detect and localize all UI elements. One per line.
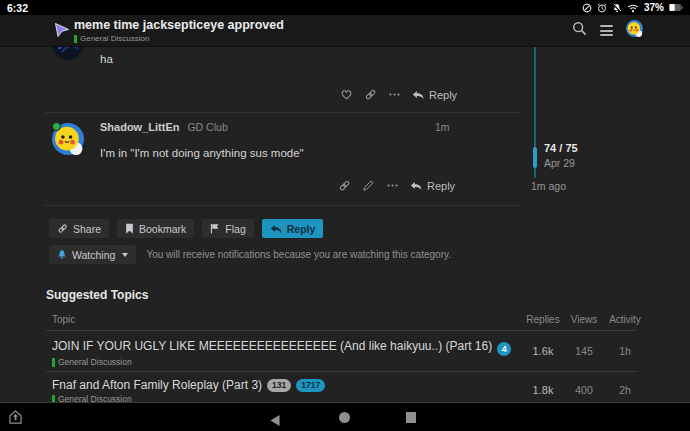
topic-category[interactable]: General Discussion xyxy=(74,34,284,43)
menu-icon[interactable] xyxy=(600,25,613,36)
post-timestamp[interactable]: 1m xyxy=(435,121,450,133)
android-nav-bar xyxy=(0,403,690,431)
reply-icon xyxy=(410,181,422,191)
bookmark-button[interactable]: Bookmark xyxy=(117,219,194,238)
topic-footer-divider xyxy=(45,205,520,206)
forum-topic-screen: 6:32 37% xyxy=(0,0,690,431)
bookmark-icon xyxy=(125,223,134,234)
category-color-bar xyxy=(74,35,77,43)
post-meta: Shadow_LittEn GD Club xyxy=(100,121,228,133)
post-body: I'm in "I'm not doing anything sus mode" xyxy=(100,147,304,159)
clock-time: 6:32 xyxy=(7,2,28,14)
pin-nav-icon[interactable] xyxy=(9,410,22,428)
flag-label: Flag xyxy=(225,223,245,235)
topic-title[interactable]: meme time jacksepticeye approved xyxy=(74,19,284,32)
link-icon[interactable] xyxy=(364,88,377,101)
notification-level-row: Watching You will receive notifications … xyxy=(49,245,451,264)
bell-icon xyxy=(57,249,67,260)
reply-button[interactable]: Reply xyxy=(410,180,455,192)
unread-posts-badge[interactable]: 4 xyxy=(497,342,511,356)
flag-button[interactable]: Flag xyxy=(202,219,253,238)
post-user-title: GD Club xyxy=(187,121,227,133)
timeline-date: Apr 29 xyxy=(544,157,575,169)
post-actions: Reply xyxy=(338,179,455,192)
like-icon[interactable] xyxy=(340,88,353,101)
post-divider xyxy=(45,112,520,113)
android-status-bar: 6:32 37% xyxy=(0,0,690,15)
topic-footer-buttons: Share Bookmark Flag Reply xyxy=(49,219,323,238)
back-icon[interactable] xyxy=(270,412,280,430)
battery-icon xyxy=(669,3,683,12)
link-icon[interactable] xyxy=(338,179,351,192)
topic-link[interactable]: JOIN IF YOUR UGLY LIKE MEEEEEEEEEEEEEEEE… xyxy=(52,339,492,353)
category-color-bar xyxy=(52,358,55,367)
bookmark-label: Bookmark xyxy=(139,223,186,235)
timeline-last-activity: 1m ago xyxy=(531,180,566,192)
post-username[interactable]: Shadow_LittEn xyxy=(100,121,179,133)
battery-percent: 37% xyxy=(644,2,664,13)
watching-dropdown-button[interactable]: Watching xyxy=(49,245,136,264)
row-divider xyxy=(46,371,637,372)
row-category[interactable]: General Discussion xyxy=(52,357,132,367)
category-label: General Discussion xyxy=(80,34,149,43)
online-presence-dot xyxy=(52,122,61,131)
alarm-icon xyxy=(597,3,607,13)
recents-icon[interactable] xyxy=(406,412,416,423)
post-actions: Reply xyxy=(340,88,457,101)
topic-reply-button[interactable]: Reply xyxy=(262,219,324,238)
topic-title-block[interactable]: meme time jacksepticeye approved General… xyxy=(74,19,284,43)
notification-description: You will receive notifications because y… xyxy=(146,249,451,260)
notifications-muted-icon xyxy=(612,3,622,13)
search-icon[interactable] xyxy=(572,21,587,40)
forum-logo-icon[interactable] xyxy=(54,22,70,42)
timeline-post-position: 74 / 75 xyxy=(544,142,578,154)
reply-button[interactable]: Reply xyxy=(412,89,457,101)
flag-icon xyxy=(210,223,220,234)
more-icon[interactable] xyxy=(388,88,401,101)
suggested-topic-row[interactable]: Fnaf and Afton Family Roleplay (Part 3)1… xyxy=(52,378,325,392)
post-body: ha xyxy=(100,53,113,65)
table-divider xyxy=(46,330,637,331)
column-header-topic: Topic xyxy=(52,314,75,325)
column-header-activity[interactable]: Activity xyxy=(601,314,649,325)
more-icon[interactable] xyxy=(386,179,399,192)
reply-icon xyxy=(412,90,424,100)
link-icon xyxy=(57,223,68,234)
suggested-topic-row[interactable]: JOIN IF YOUR UGLY LIKE MEEEEEEEEEEEEEEEE… xyxy=(52,339,511,356)
reply-icon xyxy=(270,224,282,234)
watching-label: Watching xyxy=(72,249,115,261)
dnd-icon xyxy=(582,3,592,13)
unread-pill-badge[interactable]: 131 xyxy=(267,379,291,392)
topic-reply-label: Reply xyxy=(287,223,316,235)
suggested-topics-heading: Suggested Topics xyxy=(46,288,148,302)
home-icon[interactable] xyxy=(339,412,350,423)
share-label: Share xyxy=(73,223,101,235)
activity-age[interactable]: 2h xyxy=(601,384,649,396)
reply-label: Reply xyxy=(429,89,457,101)
topic-link[interactable]: Fnaf and Afton Family Roleplay (Part 3) xyxy=(52,378,262,392)
reply-label: Reply xyxy=(427,180,455,192)
topic-header: meme time jacksepticeye approved General… xyxy=(0,15,690,46)
edit-icon[interactable] xyxy=(362,179,375,192)
topic-timeline-handle[interactable] xyxy=(533,147,537,168)
new-posts-pill-badge[interactable]: 1717 xyxy=(296,379,325,392)
user-avatar[interactable] xyxy=(626,20,643,41)
wifi-icon xyxy=(627,3,639,13)
category-label: General Discussion xyxy=(58,357,132,367)
share-button[interactable]: Share xyxy=(49,219,109,238)
activity-age[interactable]: 1h xyxy=(601,345,649,357)
chevron-down-icon xyxy=(122,253,128,257)
